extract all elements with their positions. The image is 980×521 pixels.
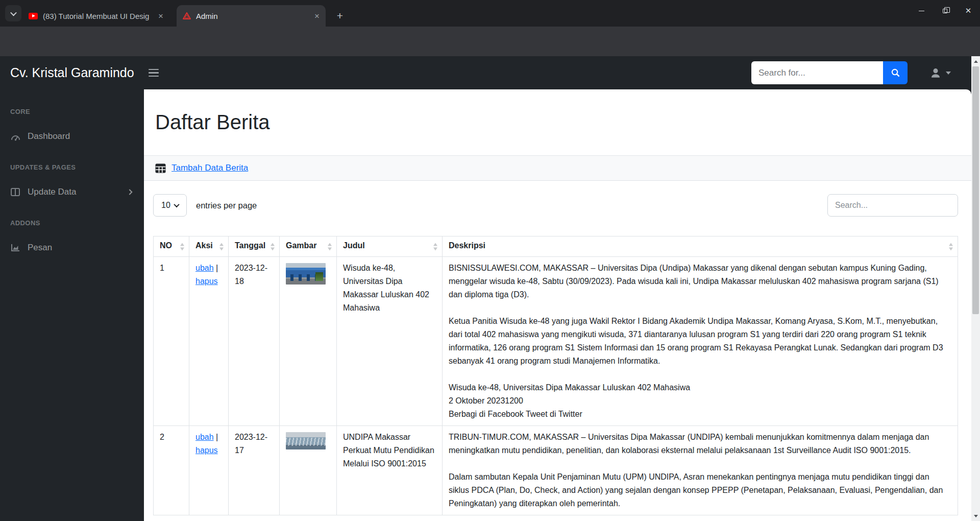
description-paragraph: Ketua Panitia Wisuda ke-48 yang juga Wak…: [449, 315, 951, 368]
page-title: Daftar Berita: [155, 110, 959, 134]
date-cell: 2023-12-17: [229, 426, 280, 515]
restore-icon: [943, 9, 947, 13]
column-header-tanggal[interactable]: Tanggal: [229, 236, 280, 257]
restore-button[interactable]: [933, 0, 957, 21]
column-header-gambar[interactable]: Gambar: [280, 236, 337, 257]
title-cell: UNDIPA Makassar Perkuat Mutu Pendidikan …: [337, 426, 443, 515]
column-label: Deskripsi: [449, 241, 485, 250]
sort-icon: [433, 243, 437, 250]
salt-evaporation-ponds-photo: [286, 432, 326, 449]
sidebar-heading-updates-pages: UPDATES & PAGES: [0, 163, 144, 171]
ubah-link[interactable]: ubah: [195, 264, 214, 272]
scroll-down-arrow-icon[interactable]: [971, 512, 980, 520]
sidebar-item-label: Update Data: [28, 187, 76, 197]
browser-tab-strip: (83) Tutorial Membuat UI Desig × Admin ×…: [0, 0, 980, 27]
table-icon: [155, 163, 166, 173]
entries-per-page-value: 10: [161, 201, 170, 210]
caret-down-icon: [946, 72, 951, 75]
sidebar-item-update-data[interactable]: Update Data: [0, 179, 144, 205]
sidebar-item-label: Dashboard: [28, 131, 70, 141]
close-tab-icon[interactable]: ×: [158, 12, 163, 20]
tab-title: Admin: [196, 12, 309, 20]
table-row: 2ubah | hapus2023-12-17UNDIPA Makassar P…: [154, 426, 958, 515]
browser-tab-admin[interactable]: Admin ×: [177, 5, 326, 27]
chevron-down-icon: [174, 202, 179, 207]
new-tab-button[interactable]: +: [333, 9, 347, 23]
blue-factory-building-photo: [286, 263, 326, 285]
column-label: Tanggal: [235, 241, 265, 250]
tab-title: (83) Tutorial Membuat UI Desig: [43, 12, 153, 20]
sidebar-nav: CORE Dashboard UPDATES & PAGES Update Da…: [0, 89, 144, 521]
tambah-data-berita-link[interactable]: Tambah Data Berita: [172, 163, 248, 173]
search-icon: [891, 68, 900, 78]
sidebar-heading-addons: ADDONS: [0, 219, 144, 227]
tab-search-button[interactable]: [5, 5, 21, 21]
red-triangle-icon: [183, 12, 191, 19]
table-search-input[interactable]: [827, 194, 958, 217]
minimize-icon: [919, 11, 924, 11]
user-menu-dropdown[interactable]: [929, 66, 951, 80]
column-label: Judul: [343, 241, 365, 250]
area-chart-icon: [10, 243, 20, 252]
title-cell: Wisuda ke-48, Universitas Dipa Makassar …: [337, 257, 443, 426]
ubah-link[interactable]: ubah: [195, 433, 214, 441]
sort-icon: [219, 243, 224, 250]
hapus-link[interactable]: hapus: [195, 446, 218, 455]
row-number-cell: 1: [154, 257, 189, 426]
image-cell: [280, 257, 337, 426]
table-row: 1ubah | hapus2023-12-18Wisuda ke-48, Uni…: [154, 257, 958, 426]
sidebar-heading-core: CORE: [0, 108, 144, 115]
actions-cell: ubah | hapus: [189, 257, 229, 426]
hapus-link[interactable]: hapus: [195, 277, 218, 286]
admin-app: Cv. Kristal Garamindo CORE Dashboard UPD…: [0, 56, 980, 521]
column-header-judul[interactable]: Judul: [337, 236, 443, 257]
column-header-no[interactable]: NO: [154, 236, 189, 257]
app-topnav: Cv. Kristal Garamindo: [0, 56, 971, 89]
topnav-search-form: [751, 61, 908, 84]
news-table: NOAksiTanggalGambarJudulDeskripsi 1ubah …: [153, 236, 958, 515]
sort-icon: [180, 243, 184, 250]
topnav-search-input[interactable]: [751, 61, 883, 84]
sort-icon: [328, 243, 332, 250]
browser-tab-youtube[interactable]: (83) Tutorial Membuat UI Desig ×: [22, 5, 169, 27]
description-paragraph: TRIBUN-TIMUR.COM, MAKASSAR – Universitas…: [449, 431, 951, 457]
description-paragraph: Dalam sambutan Kepala Unit Penjaminan Mu…: [449, 470, 951, 510]
sidebar-item-pesan[interactable]: Pesan: [0, 235, 144, 260]
scrollbar-thumb[interactable]: [972, 66, 979, 314]
description-paragraph: Wisuda ke-48, Universitas Dipa Makassar …: [449, 381, 951, 421]
sidebar-item-label: Pesan: [28, 243, 52, 253]
news-table-body: 1ubah | hapus2023-12-18Wisuda ke-48, Uni…: [154, 257, 958, 515]
entries-per-page-select[interactable]: 10: [153, 194, 187, 217]
sort-icon: [271, 243, 275, 250]
column-label: Gambar: [286, 241, 316, 250]
user-icon: [929, 66, 942, 80]
sidebar-item-dashboard[interactable]: Dashboard: [0, 124, 144, 149]
sidebar-toggle-button[interactable]: [145, 64, 162, 82]
sort-icon: [949, 243, 953, 250]
card-header: Tambah Data Berita: [144, 155, 971, 181]
chevron-right-icon: [127, 189, 132, 195]
image-cell: [280, 426, 337, 515]
chevron-down-icon: [10, 9, 17, 16]
gauge-icon: [10, 132, 20, 141]
topnav-search-button[interactable]: [883, 61, 908, 84]
date-cell: 2023-12-18: [229, 257, 280, 426]
main-content: Daftar Berita Tambah Data Berita 10 entr…: [144, 89, 971, 521]
description-paragraph: BISNISSULAWESI.COM, MAKASSAR – Universit…: [449, 262, 951, 301]
minimize-button[interactable]: [910, 0, 933, 21]
column-header-aksi[interactable]: Aksi: [189, 236, 229, 257]
entries-per-page-label: entries per page: [196, 201, 257, 210]
actions-cell: ubah | hapus: [189, 426, 229, 515]
columns-icon: [10, 187, 20, 197]
column-label: Aksi: [195, 241, 213, 250]
news-table-header-row: NOAksiTanggalGambarJudulDeskripsi: [154, 236, 958, 257]
youtube-icon: [29, 13, 38, 19]
description-cell: BISNISSULAWESI.COM, MAKASSAR – Universit…: [443, 257, 958, 426]
close-window-button[interactable]: ✕: [957, 0, 980, 21]
page-scrollbar[interactable]: [971, 56, 980, 521]
close-tab-icon[interactable]: ×: [314, 12, 320, 20]
column-header-deskripsi[interactable]: Deskripsi: [443, 236, 958, 257]
brand-title[interactable]: Cv. Kristal Garamindo: [0, 65, 139, 80]
scroll-up-arrow-icon[interactable]: [971, 57, 980, 65]
column-label: NO: [160, 241, 172, 250]
